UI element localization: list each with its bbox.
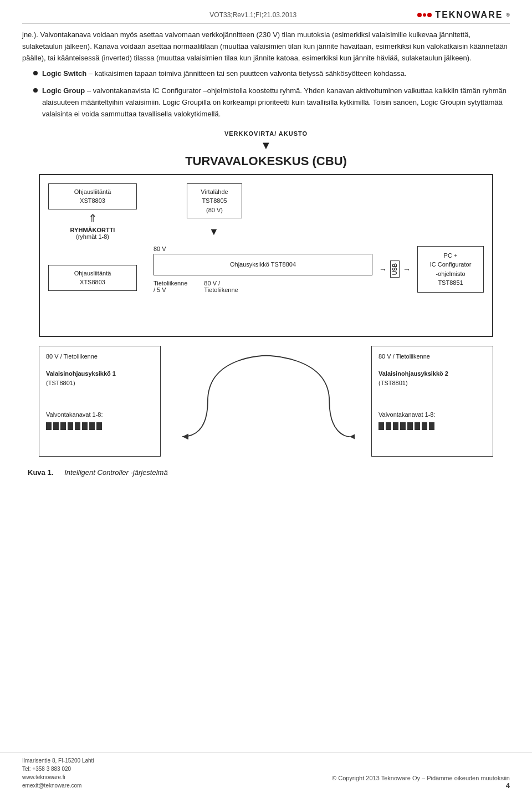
virtalahde-label: Virtalähde: [193, 187, 236, 197]
footer-left: Ilmarisentie 8, FI-15200 Lahti Tel: +358…: [22, 756, 94, 790]
doc-ref: VOT33;Rev1.1;FI;21.03.2013: [89, 10, 417, 19]
monitor-bar-right: [378, 420, 486, 430]
page-footer: Ilmarisentie 8, FI-15200 Lahti Tel: +358…: [0, 753, 532, 793]
logic-switch-text: – katkaisimen tapaan toimiva jännitteen …: [89, 69, 407, 78]
virtalahde-box: Virtalähde TST8805 (80 V): [187, 183, 242, 219]
ryhmäkortti-label: RYHMÄKORTTI: [48, 227, 137, 233]
footer-web: www.teknoware.fi: [22, 773, 94, 781]
diagram-inner: Ohjausliitäntä XST8803 ⇑ RYHMÄKORTTI (ry…: [48, 183, 484, 328]
virtalahde-section: Virtalähde TST8805 (80 V): [187, 183, 484, 219]
logo-dot-1: [417, 13, 422, 17]
tick6: [82, 422, 88, 430]
bullet-dot-2: [33, 88, 38, 93]
logo-dot-2: [423, 13, 426, 17]
lower-diagram: 80 V / Tietoliikenne Valaisinohjausyksik…: [22, 346, 510, 458]
logo-registered: ®: [506, 12, 510, 18]
ohjaus2-label: Ohjausliitäntä: [54, 269, 131, 278]
tick7: [89, 422, 95, 430]
ohjaus1-model: XST8803: [54, 196, 131, 206]
bullet-item-logic-switch: Logic Switch – katkaisimen tapaan toimiv…: [33, 68, 510, 80]
footer-address: Ilmarisentie 8, FI-15200 Lahti: [22, 756, 94, 765]
pc-box: PC + IC Configurator -ohjelmisto TST8851: [417, 246, 484, 293]
ohjaus1-box: Ohjausliitäntä XST8803 ⇑ RYHMÄKORTTI (ry…: [48, 183, 137, 240]
cbu-label: TURVAVALOKESKUS (CBU): [22, 154, 510, 168]
lower-left-monitor: Valvontakanavat 1-8:: [46, 411, 154, 430]
ohjaus2-box: Ohjausliitäntä XTS8803: [48, 265, 137, 291]
logic-group-text: – valvontakanavista IC Configurator –ohj…: [42, 86, 507, 118]
logo-icon: [417, 13, 432, 17]
bullet-dot-1: [33, 71, 38, 75]
lower-right-model: (TST8801): [378, 380, 486, 386]
right-col: Virtalähde TST8805 (80 V) ▼ 80 V O: [148, 183, 484, 328]
logo-text: TEKNOWARE: [435, 10, 503, 20]
bullet-text-2: Logic Group – valvontakanavista IC Confi…: [42, 85, 510, 120]
tietoliikenne1-sub: / 5 V: [154, 286, 187, 293]
lower-right-unit: Valaisinohjausyksikkö 2: [378, 370, 486, 377]
ohjaus1-label: Ohjausliitäntä: [54, 187, 131, 197]
paragraph-1: jne.). Valvontakanava voidaan myös asett…: [22, 29, 510, 64]
ohjaus-yksikko-section: 80 V Ohjausyksikkö TST8804 Tietoliikenne…: [154, 245, 372, 293]
ohjaus2-label-box: Ohjausliitäntä XTS8803: [48, 265, 137, 291]
tietoliikenne-row: Tietoliikenne / 5 V 80 V / Tietoliikenne: [154, 280, 372, 293]
tickr4: [400, 422, 406, 430]
usb-section: → USB →: [379, 260, 411, 278]
figure-caption: Kuva 1. Intelligent Controller -järjeste…: [22, 468, 510, 477]
tick2: [53, 422, 59, 430]
ohjaus2-model: XTS8803: [54, 278, 131, 287]
verkkovirta-label: VERKKOVIRTA/ AKUSTO: [22, 130, 510, 137]
page-header: VOT33;Rev1.1;FI;21.03.2013 TEKNOWARE ®: [22, 10, 510, 24]
tietoliikenne2-section: 80 V / Tietoliikenne: [204, 280, 238, 293]
virtalahde-model: TST8805: [193, 196, 236, 206]
page: VOT33;Rev1.1;FI;21.03.2013 TEKNOWARE ® j…: [0, 0, 532, 793]
footer-email: emexit@teknoware.com: [22, 781, 94, 790]
logo-dot-3: [427, 13, 432, 17]
tickr6: [415, 422, 420, 430]
footer-right: © Copyright 2013 Teknoware Oy – Pidämme …: [332, 775, 510, 790]
diagram-area: VERKKOVIRTA/ AKUSTO ▼ TURVAVALOKESKUS (C…: [22, 130, 510, 477]
figure-title: Intelligent Controller -järjestelmä: [64, 468, 167, 477]
pc-label: PC +: [426, 251, 475, 260]
ryhmäkortti-sub: (ryhmät 1-8): [48, 233, 137, 240]
arrow-right-usb: →: [379, 265, 387, 274]
lower-left-unit: Valaisinohjausyksikkö 1: [46, 370, 154, 377]
usb-label: USB: [390, 260, 400, 278]
lower-left: 80 V / Tietoliikenne Valaisinohjausyksik…: [39, 346, 161, 457]
logic-switch-label: Logic Switch: [42, 69, 86, 78]
tickr7: [422, 422, 427, 430]
connector-svg: [177, 346, 355, 457]
footer-tel: Tel: +358 3 883 020: [22, 765, 94, 773]
tick5: [75, 422, 80, 430]
tick1: [46, 422, 52, 430]
ohjaus1-label-box: Ohjausliitäntä XST8803: [48, 183, 137, 209]
lower-right-monitor-label: Valvontakanavat 1-8:: [378, 411, 486, 418]
tietoliikenne2-label: Tietoliikenne: [204, 286, 238, 293]
ohjausyksikko-box: Ohjausyksikkö TST8804: [154, 254, 372, 275]
tickr1: [378, 422, 384, 430]
tickr8: [429, 422, 434, 430]
tick3: [60, 422, 66, 430]
lower-left-monitor-label: Valvontakanavat 1-8:: [46, 411, 154, 418]
ohjausyksikko-label: Ohjausyksikkö TST8804: [160, 260, 366, 269]
logic-group-label: Logic Group: [42, 86, 85, 95]
tietoliikenne1-section: Tietoliikenne / 5 V: [154, 280, 187, 293]
ic-model: TST8851: [426, 278, 475, 288]
lower-left-conn: 80 V / Tietoliikenne: [46, 353, 154, 360]
figure-num: Kuva 1.: [28, 468, 53, 477]
monitor-bar-left: [46, 420, 154, 430]
bullet-text-1: Logic Switch – katkaisimen tapaan toimiv…: [42, 68, 407, 80]
lower-left-model: (TST8801): [46, 380, 154, 386]
connector-area: [177, 346, 355, 458]
main-row: 80 V Ohjausyksikkö TST8804 Tietoliikenne…: [154, 245, 484, 293]
bullet-section: Logic Switch – katkaisimen tapaan toimiv…: [22, 68, 510, 120]
ic-sub: -ohjelmisto: [426, 269, 475, 279]
double-arrow-up: ⇑: [48, 212, 137, 225]
v80-2-label: 80 V /: [204, 280, 238, 286]
footer-page: 4: [332, 781, 510, 790]
tickr3: [393, 422, 398, 430]
lower-right-conn: 80 V / Tietoliikenne: [378, 353, 486, 360]
bullet-item-logic-group: Logic Group – valvontakanavista IC Confi…: [33, 85, 510, 120]
logo-area: TEKNOWARE ®: [417, 10, 510, 20]
virtalahde-volt: (80 V): [193, 206, 236, 215]
arrow-down-verkko: ▼: [22, 139, 510, 152]
tick8: [96, 422, 102, 430]
